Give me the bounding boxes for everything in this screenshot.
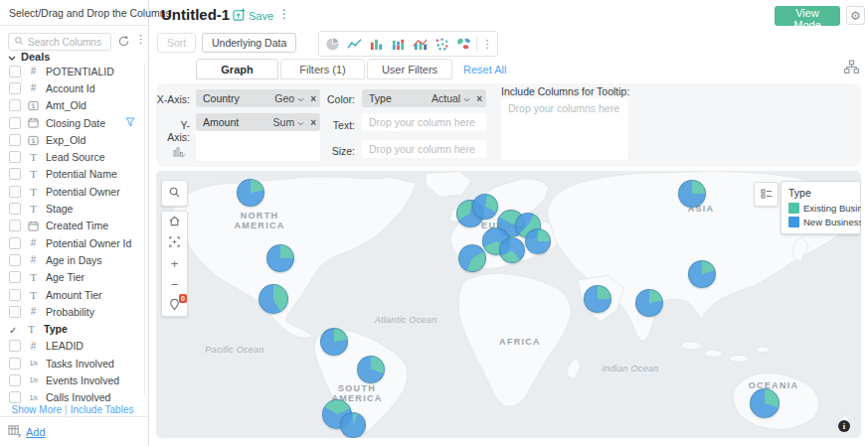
column-item[interactable]: # Potential Owner Id <box>0 234 145 251</box>
column-checkbox[interactable] <box>9 254 21 266</box>
map-pie-marker[interactable] <box>357 356 385 383</box>
y-axis-agg-dropdown[interactable]: Sum <box>273 116 305 128</box>
column-item[interactable]: T Type <box>0 320 145 337</box>
map-pie-marker[interactable] <box>259 284 288 314</box>
map-pie-marker[interactable] <box>750 388 780 418</box>
settings-gear-icon[interactable]: ⚙ <box>846 6 865 25</box>
tab-user-filters[interactable]: User Filters <box>367 59 452 79</box>
column-item[interactable]: # Probability <box>0 303 145 320</box>
x-axis-chip[interactable]: Country Geo × <box>196 89 320 107</box>
column-checkbox[interactable] <box>9 99 21 111</box>
column-checkbox[interactable] <box>9 358 21 370</box>
column-checkbox[interactable] <box>9 391 21 403</box>
column-item[interactable]: # POTENTIALID <box>0 63 145 79</box>
sidebar-menu-icon[interactable]: ⋮ <box>135 33 146 46</box>
refresh-icon[interactable] <box>117 35 131 49</box>
color-remove-button[interactable]: × <box>476 93 482 104</box>
column-checkbox[interactable] <box>9 324 19 334</box>
map-pie-marker[interactable] <box>320 328 348 356</box>
map-pie-marker[interactable] <box>266 244 294 272</box>
map-info-icon[interactable]: i <box>838 420 850 432</box>
column-checkbox[interactable] <box>9 374 21 386</box>
map-pie-marker[interactable] <box>340 412 366 438</box>
map-pie-marker[interactable] <box>472 194 498 220</box>
column-item[interactable]: T Age Tier <box>0 269 145 286</box>
reset-all-link[interactable]: Reset All <box>463 64 506 75</box>
column-item[interactable]: # LEADID <box>0 338 145 355</box>
tooltip-dropzone[interactable]: Drop your columns here <box>501 98 628 160</box>
pie-chart-icon[interactable] <box>321 33 343 55</box>
chart-hierarchy-icon[interactable] <box>843 60 860 76</box>
map-zoom-select-button[interactable] <box>162 232 187 253</box>
map-pie-marker[interactable] <box>635 289 663 317</box>
size-dropzone[interactable]: Drop your column here <box>362 140 486 158</box>
map-canvas[interactable]: NORTH AMERICASOUTH AMERICAEUROPEAFRICAAS… <box>156 171 861 438</box>
stacked-bar-chart-icon[interactable] <box>387 33 409 55</box>
sidebar-scrollbar[interactable] <box>144 63 145 395</box>
report-menu-icon[interactable]: ⋮ <box>278 7 290 21</box>
show-more-link[interactable]: Show More <box>12 404 63 415</box>
column-checkbox[interactable] <box>9 340 21 352</box>
chart-type-more-icon[interactable]: ⋮ <box>479 38 495 51</box>
map-pie-marker[interactable] <box>525 228 551 254</box>
combo-chart-icon[interactable] <box>409 33 431 55</box>
legend-item[interactable]: New Business <box>788 217 853 227</box>
axis-settings-icon[interactable] <box>173 145 186 160</box>
legend-item[interactable]: Existing Business <box>788 203 853 214</box>
column-item[interactable]: # Age in Days <box>0 251 145 268</box>
map-zoom-in-button[interactable]: + <box>162 253 187 274</box>
map-search-button[interactable] <box>161 180 188 207</box>
save-button[interactable]: Save <box>233 8 273 23</box>
color-agg-dropdown[interactable]: Actual <box>432 92 470 104</box>
tab-filters[interactable]: Filters (1) <box>280 59 365 79</box>
column-checkbox[interactable] <box>9 271 21 283</box>
line-chart-icon[interactable] <box>343 33 365 55</box>
column-item[interactable]: $ Amt_Old <box>0 97 145 114</box>
map-pin-button[interactable]: 0 <box>162 295 187 316</box>
column-item[interactable]: T Stage <box>0 200 145 217</box>
map-pie-marker[interactable] <box>584 285 611 313</box>
bar-chart-icon[interactable] <box>365 33 387 55</box>
map-pie-marker[interactable] <box>678 180 706 208</box>
add-link[interactable]: Add <box>26 426 46 438</box>
column-checkbox[interactable] <box>9 117 21 129</box>
include-tables-link[interactable]: Include Tables <box>71 404 134 415</box>
x-axis-agg-dropdown[interactable]: Geo <box>274 92 304 104</box>
map-pie-marker[interactable] <box>688 260 716 288</box>
map-chart-icon[interactable] <box>452 33 474 55</box>
map-home-button[interactable] <box>162 212 187 232</box>
scatter-chart-icon[interactable] <box>431 33 452 55</box>
column-checkbox[interactable] <box>9 151 21 163</box>
legend-toggle-button[interactable] <box>754 182 779 207</box>
column-checkbox[interactable] <box>9 203 21 215</box>
column-item[interactable]: Closing Date <box>0 114 145 131</box>
column-item[interactable]: T Amount Tier <box>0 286 145 303</box>
column-checkbox[interactable] <box>9 237 21 249</box>
column-checkbox[interactable] <box>9 66 21 77</box>
sort-button[interactable]: Sort <box>157 33 196 53</box>
view-mode-button[interactable]: View Mode <box>775 6 840 26</box>
column-checkbox[interactable] <box>9 306 21 318</box>
y-axis-chip[interactable]: Amount Sum × <box>196 113 320 131</box>
map-pie-marker[interactable] <box>499 237 525 263</box>
column-checkbox[interactable] <box>9 289 21 301</box>
color-chip[interactable]: Type Actual × <box>362 89 486 107</box>
column-checkbox[interactable] <box>9 186 21 198</box>
column-checkbox[interactable] <box>9 220 21 231</box>
column-item[interactable]: # Account Id <box>0 79 145 96</box>
map-pie-marker[interactable] <box>458 244 486 272</box>
tab-graph[interactable]: Graph <box>196 59 278 79</box>
column-checkbox[interactable] <box>9 82 21 94</box>
column-item[interactable]: 1/x Tasks Involved <box>0 355 145 372</box>
column-item[interactable]: 1/x Events Involved <box>0 372 145 388</box>
column-item[interactable]: T Potential Name <box>0 166 145 183</box>
column-item[interactable]: Created Time <box>0 218 145 234</box>
text-dropzone[interactable]: Drop your column here <box>362 113 486 131</box>
column-item[interactable]: T Potential Owner <box>0 183 145 200</box>
column-item[interactable]: T Lead Source <box>0 148 145 165</box>
map-pie-marker[interactable] <box>237 179 264 207</box>
column-checkbox[interactable] <box>9 134 21 146</box>
map-zoom-out-button[interactable]: − <box>162 274 187 295</box>
underlying-data-button[interactable]: Underlying Data <box>202 33 296 53</box>
column-checkbox[interactable] <box>9 168 21 180</box>
